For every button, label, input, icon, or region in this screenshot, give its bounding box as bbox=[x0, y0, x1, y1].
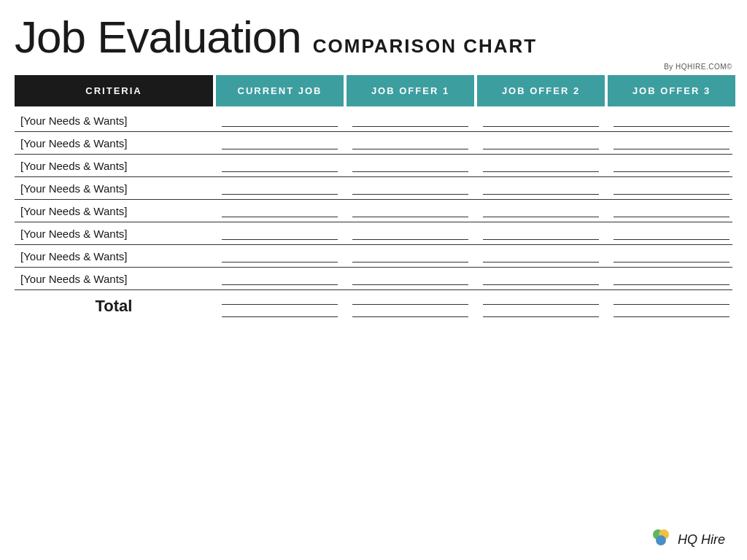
total-value-cell bbox=[347, 295, 474, 317]
circle-blue-icon bbox=[656, 535, 666, 545]
value-cell bbox=[216, 159, 344, 172]
total-input-field[interactable] bbox=[222, 295, 338, 305]
input-field[interactable] bbox=[222, 227, 338, 240]
value-cell bbox=[477, 136, 605, 149]
value-cell bbox=[347, 159, 474, 172]
job-offer-1-header: JOB OFFER 1 bbox=[347, 75, 474, 106]
double-underline bbox=[483, 295, 599, 317]
input-field[interactable] bbox=[614, 114, 729, 127]
input-field[interactable] bbox=[222, 182, 338, 195]
value-cell bbox=[347, 249, 474, 262]
input-field[interactable] bbox=[222, 159, 338, 172]
input-field[interactable] bbox=[222, 204, 338, 217]
column-headers: CRITERIA CURRENT JOB JOB OFFER 1 JOB OFF… bbox=[15, 75, 732, 106]
input-field[interactable] bbox=[222, 272, 338, 285]
value-cell bbox=[477, 114, 605, 127]
logo-brand: HQ bbox=[678, 532, 701, 547]
double-underline bbox=[222, 295, 338, 317]
job-offer-3-header: JOB OFFER 3 bbox=[608, 75, 735, 106]
value-cell bbox=[608, 249, 735, 262]
total-row: Total bbox=[15, 290, 732, 322]
input-field[interactable] bbox=[614, 159, 729, 172]
total-input-field[interactable] bbox=[483, 295, 599, 305]
value-cell bbox=[477, 159, 605, 172]
total-input-field[interactable] bbox=[222, 307, 338, 317]
input-field[interactable] bbox=[483, 227, 599, 240]
value-cell bbox=[477, 227, 605, 240]
criteria-cell: [Your Needs & Wants] bbox=[15, 137, 213, 149]
value-cell bbox=[216, 272, 344, 285]
title-sub: COMPARISON CHART bbox=[313, 36, 537, 55]
total-input-field[interactable] bbox=[352, 295, 468, 305]
input-field[interactable] bbox=[352, 272, 468, 285]
title-main: Job Evaluation bbox=[15, 15, 301, 60]
input-field[interactable] bbox=[352, 159, 468, 172]
value-cell bbox=[216, 204, 344, 217]
input-field[interactable] bbox=[614, 136, 729, 149]
total-input-field[interactable] bbox=[614, 307, 729, 317]
input-field[interactable] bbox=[614, 249, 729, 262]
input-field[interactable] bbox=[222, 136, 338, 149]
value-cell bbox=[608, 136, 735, 149]
logo-text: HQ Hire bbox=[678, 532, 725, 548]
value-cell bbox=[608, 114, 735, 127]
input-field[interactable] bbox=[352, 204, 468, 217]
total-input-field[interactable] bbox=[352, 307, 468, 317]
value-cell bbox=[216, 114, 344, 127]
value-cell bbox=[608, 182, 735, 195]
input-field[interactable] bbox=[483, 204, 599, 217]
input-field[interactable] bbox=[483, 272, 599, 285]
input-field[interactable] bbox=[352, 114, 468, 127]
byline: By HQHIRE.COM© bbox=[15, 63, 732, 71]
value-cell bbox=[608, 159, 735, 172]
input-field[interactable] bbox=[483, 159, 599, 172]
criteria-cell: [Your Needs & Wants] bbox=[15, 182, 213, 195]
total-value-cell bbox=[477, 295, 605, 317]
table-section: [Your Needs & Wants] [Your Needs & Wants… bbox=[15, 109, 732, 525]
value-cell bbox=[608, 204, 735, 217]
input-field[interactable] bbox=[352, 182, 468, 195]
input-field[interactable] bbox=[483, 249, 599, 262]
input-field[interactable] bbox=[614, 204, 729, 217]
total-input-field[interactable] bbox=[483, 307, 599, 317]
value-cell bbox=[216, 136, 344, 149]
table-row: [Your Needs & Wants] bbox=[15, 200, 732, 222]
value-cell bbox=[347, 227, 474, 240]
value-cell bbox=[347, 204, 474, 217]
table-row: [Your Needs & Wants] bbox=[15, 132, 732, 155]
total-value-cell bbox=[608, 295, 735, 317]
input-field[interactable] bbox=[483, 136, 599, 149]
input-field[interactable] bbox=[352, 249, 468, 262]
criteria-cell: [Your Needs & Wants] bbox=[15, 205, 213, 217]
footer: HQ Hire bbox=[15, 525, 732, 553]
input-field[interactable] bbox=[222, 249, 338, 262]
total-label: Total bbox=[15, 297, 213, 316]
criteria-cell: [Your Needs & Wants] bbox=[15, 250, 213, 262]
value-cell bbox=[608, 227, 735, 240]
table-row: [Your Needs & Wants] bbox=[15, 268, 732, 290]
input-field[interactable] bbox=[352, 227, 468, 240]
input-field[interactable] bbox=[614, 272, 729, 285]
value-cell bbox=[608, 272, 735, 285]
total-input-field[interactable] bbox=[614, 295, 729, 305]
logo-brand-italic: Hire bbox=[701, 532, 725, 547]
criteria-cell: [Your Needs & Wants] bbox=[15, 228, 213, 240]
total-value-cell bbox=[216, 295, 344, 317]
input-field[interactable] bbox=[222, 114, 338, 127]
header-section: Job Evaluation COMPARISON CHART bbox=[15, 15, 732, 60]
input-field[interactable] bbox=[352, 136, 468, 149]
value-cell bbox=[216, 227, 344, 240]
input-field[interactable] bbox=[483, 182, 599, 195]
value-cell bbox=[477, 182, 605, 195]
value-cell bbox=[216, 182, 344, 195]
double-underline bbox=[614, 295, 729, 317]
input-field[interactable] bbox=[614, 182, 729, 195]
value-cell bbox=[477, 204, 605, 217]
logo-circles-icon bbox=[653, 529, 673, 550]
table-row: [Your Needs & Wants] bbox=[15, 155, 732, 177]
page-container: Job Evaluation COMPARISON CHART By HQHIR… bbox=[0, 0, 747, 560]
input-field[interactable] bbox=[483, 114, 599, 127]
input-field[interactable] bbox=[614, 227, 729, 240]
criteria-cell: [Your Needs & Wants] bbox=[15, 160, 213, 172]
job-offer-2-header: JOB OFFER 2 bbox=[477, 75, 605, 106]
